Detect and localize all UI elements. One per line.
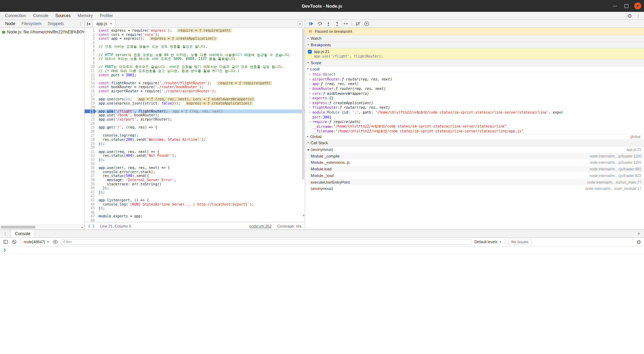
scope-entry[interactable]: ▸this: Object — [305, 72, 644, 77]
gutter-line[interactable]: 34 — [85, 162, 96, 166]
gutter-line[interactable]: 14 — [85, 81, 96, 85]
code-line[interactable]: app.use('/airport', airportRouter); — [96, 117, 305, 122]
execution-context-dropdown[interactable]: node[48847] ▼ — [24, 240, 49, 244]
tab-overflow-icon[interactable]: ▸ — [298, 21, 303, 26]
scope-entry[interactable]: ▸express: ƒ createApplication() — [305, 101, 644, 106]
code-line[interactable]: app.listen(port, () => { — [96, 198, 305, 202]
step-over-icon[interactable] — [317, 21, 323, 26]
code-line[interactable]: // 모든 서버는 요청을 받을수 있는 포트 번호를 필요로 합니다. — [96, 45, 305, 49]
gutter-line[interactable]: 10 — [85, 65, 96, 69]
settings-gear-icon[interactable]: ⚙ — [628, 13, 632, 18]
code-line[interactable]: res.status(500).send({ — [96, 174, 305, 178]
main-tab-profiler[interactable]: Profiler — [96, 12, 116, 20]
scope-section-header[interactable]: ▾ Scope — [305, 60, 644, 66]
scope-entry[interactable]: ▸require: ƒ require(path) — [305, 120, 644, 124]
pretty-print-icon[interactable]: { } — [88, 224, 94, 228]
gutter-line[interactable]: 38 — [85, 178, 96, 182]
code-line[interactable]: // HTTP server의 표준 포트는 보통 80 번 이지만, 보통 다… — [96, 53, 305, 57]
callstack-frame[interactable]: executeUserEntryPointnode:internal/m…es/… — [305, 179, 644, 185]
step-out-icon[interactable] — [334, 21, 340, 26]
gutter-line[interactable]: 42 — [85, 194, 96, 198]
code-line[interactable]: app.use((req, res, next) => { — [96, 150, 305, 154]
main-tab-console[interactable]: Console — [30, 12, 52, 20]
code-line[interactable] — [96, 122, 305, 126]
scroll-down-icon[interactable]: ▼ — [303, 214, 304, 218]
code-line[interactable]: const airportRouter = require('./router/… — [96, 89, 305, 93]
callstack-frame[interactable]: Module.loadnode:internal/m…cjs/loader:98… — [305, 166, 644, 172]
gutter-line[interactable]: 21 — [85, 109, 96, 114]
code-line[interactable]: // 따라서 우리는 보통 테스트 서버 포트로 3000, 8080, 133… — [96, 57, 305, 61]
disclosure-triangle-icon[interactable]: ▸ — [309, 78, 312, 80]
live-expression-eye-icon[interactable] — [52, 239, 58, 245]
editor-vscrollbar[interactable]: ▼ — [301, 28, 305, 222]
console-settings-gear-icon[interactable]: ⚙ — [637, 239, 641, 245]
gutter-line[interactable]: 28 — [85, 138, 96, 142]
code-line[interactable]: // (* 때에 따라 다른 포트번호를 얻고 싶다면, 환경 변수를 활용 하… — [96, 69, 305, 73]
scope-entry[interactable]: port: 3001 — [305, 115, 644, 120]
gutter-line[interactable]: 4 — [85, 41, 96, 45]
local-disclosure-icon[interactable]: ▾ — [307, 68, 309, 70]
gutter-line[interactable]: 24 — [85, 122, 96, 126]
scope-local-header[interactable]: ▾ Local — [305, 66, 644, 72]
callstack-frame[interactable]: (anonymous)node:internal/m…main_module:1… — [305, 185, 644, 192]
callstack-frame[interactable]: Module._loadnode:internal/m…cjs/loader:8… — [305, 172, 644, 179]
close-icon[interactable]: × — [634, 2, 641, 9]
scope-entry[interactable]: ▸flightRouter: ƒ router(req, res, next) — [305, 105, 644, 110]
scope-disclosure-icon[interactable]: ▾ — [308, 61, 309, 64]
vm-script-link[interactable]: node:vm:352 — [249, 224, 272, 228]
drawer-tab-console[interactable]: Console — [10, 230, 35, 237]
navigator-tab-node[interactable]: Node — [2, 20, 18, 28]
code-line[interactable]: const app = express();express = ƒ create… — [96, 37, 305, 41]
callstack-section-header[interactable]: ▾ Call Stack — [305, 140, 644, 146]
code-line[interactable]: app.use('/flight', flightRouter);app = ƒ… — [96, 109, 305, 114]
code-line[interactable]: }); — [96, 190, 305, 194]
gutter-line[interactable]: 20 — [85, 105, 96, 109]
scope-entry[interactable]: ▸airportRouter: ƒ router(req, res, next) — [305, 77, 644, 82]
code-line[interactable] — [96, 162, 305, 166]
vscroll-thumb[interactable] — [302, 29, 304, 180]
disclosure-triangle-icon[interactable]: ▸ — [309, 83, 312, 85]
scope-entry[interactable]: ▸cors: ƒ middlewareWrapper(o) — [305, 91, 644, 96]
collapse-navigator-icon[interactable]: ◀ — [87, 22, 90, 25]
gutter-line[interactable]: 17 — [85, 93, 96, 98]
code-line[interactable]: app.use(cors());app = ƒ (req, res, next)… — [96, 97, 305, 101]
code-line[interactable]: module.exports = app; — [96, 214, 305, 218]
hscroll-thumb[interactable] — [1, 226, 36, 229]
code-line[interactable] — [96, 41, 305, 45]
code-line[interactable] — [96, 146, 305, 150]
gutter-line[interactable]: 40 — [85, 186, 96, 190]
drawer-close-icon[interactable]: × — [634, 231, 644, 236]
gutter-line[interactable]: 23 — [85, 117, 96, 122]
code-line[interactable] — [96, 61, 305, 65]
callstack-disclosure-icon[interactable]: ▾ — [308, 141, 309, 144]
disclosure-triangle-icon[interactable]: ▸ — [309, 92, 312, 95]
navigator-tab-filesystem[interactable]: Filesystem — [18, 20, 45, 28]
log-levels-dropdown[interactable]: Default levels ▼ — [474, 240, 502, 244]
navigator-hscrollbar[interactable]: ▸ — [0, 225, 84, 230]
console-sidebar-icon[interactable] — [3, 239, 8, 245]
code-line[interactable]: message: 'Internal Server Error', — [96, 178, 305, 182]
navigator-tab-snippets[interactable]: Snippets — [45, 20, 67, 28]
gutter-line[interactable]: 35 — [85, 166, 96, 170]
global-disclosure-icon[interactable]: ▸ — [307, 135, 309, 138]
gutter-line[interactable]: 15 — [85, 85, 96, 89]
gutter-line[interactable]: 1 — [85, 29, 96, 33]
console-filter-input[interactable] — [61, 239, 471, 245]
gutter-line[interactable]: 43 — [85, 198, 96, 202]
step-icon[interactable] — [343, 21, 349, 26]
disclosure-triangle-icon[interactable]: ▸ — [309, 73, 312, 76]
gutter-line[interactable]: 18 — [85, 97, 96, 101]
gutter-line[interactable]: 47 — [85, 214, 96, 218]
gutter-line[interactable]: 37 — [85, 174, 96, 178]
code-line[interactable]: // PORT는 아파트의 호수와도 같습니다. 서버로 요청을 받기 위해서는… — [96, 65, 305, 69]
code-line[interactable]: app.use((err, req, res, next) => { — [96, 166, 305, 170]
callstack-frame[interactable]: Module._extensions..jsnode:internal/m…js… — [305, 159, 644, 166]
scope-entry[interactable]: ▸bookRouter: ƒ router(req, res, next) — [305, 86, 644, 91]
gutter-line[interactable]: 32 — [85, 154, 96, 158]
gutter-line[interactable]: 45 — [85, 206, 96, 210]
node-target-item[interactable]: Node.js: file:///home/chlvlftn22/%EB%B0%… — [0, 29, 84, 35]
navigator-more-icon[interactable]: ⋮ — [78, 22, 83, 26]
code-line[interactable]: const express = require('express');requi… — [96, 29, 305, 33]
code-line[interactable]: console.log(`[RUN] StatesAirline Server.… — [96, 202, 305, 207]
gutter-line[interactable]: 3 — [85, 37, 96, 41]
